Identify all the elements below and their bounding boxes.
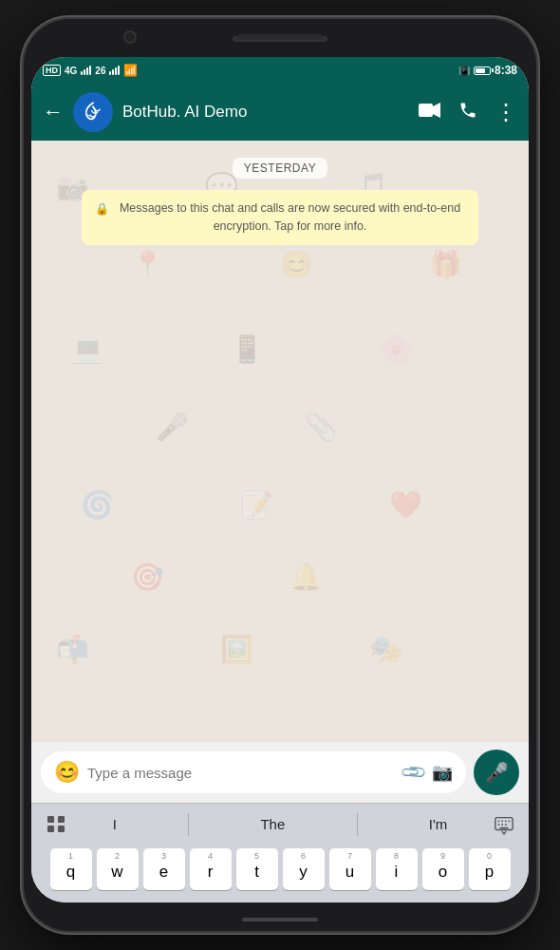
hide-keyboard-button[interactable] — [487, 808, 521, 842]
bothub-logo — [80, 99, 106, 125]
phone-call-icon[interactable] — [458, 101, 477, 124]
phone-frame: HD 4G 26 📶 📳 — [24, 19, 536, 931]
key-i[interactable]: 8i — [376, 848, 418, 890]
hd-indicator: HD — [43, 65, 61, 76]
emoji-button[interactable]: 😊 — [54, 762, 80, 783]
phone-speaker — [237, 34, 323, 40]
key-u[interactable]: 7u — [329, 848, 371, 890]
chat-header: ← BotHub. AI Demo — [31, 84, 529, 141]
keyboard-suggestions: I The I'm — [31, 803, 529, 845]
divider-2 — [357, 813, 358, 836]
status-bar: HD 4G 26 📶 📳 — [31, 57, 529, 84]
lock-icon: 🔒 — [95, 200, 109, 218]
battery-icon — [474, 66, 491, 75]
status-right: 📳 8:38 — [458, 64, 517, 77]
date-separator: YESTERDAY — [233, 158, 327, 179]
phone-camera — [123, 30, 137, 44]
contact-name: BotHub. AI Demo — [122, 103, 409, 122]
message-input-container: 😊 📎 📷 — [41, 751, 466, 793]
encryption-text: Messages to this chat and calls are now … — [115, 200, 465, 236]
encryption-notice[interactable]: 🔒 Messages to this chat and calls are no… — [82, 190, 478, 245]
attachment-icon[interactable]: 📎 — [399, 757, 428, 787]
key-p[interactable]: 0p — [469, 848, 511, 890]
message-input-area: 😊 📎 📷 🎤 — [31, 742, 529, 803]
svg-marker-3 — [433, 103, 440, 118]
battery-fill — [476, 68, 485, 73]
svg-rect-2 — [419, 104, 433, 117]
contact-avatar[interactable] — [73, 92, 113, 132]
contact-info[interactable]: BotHub. AI Demo — [122, 103, 409, 122]
suggestion-i[interactable]: I — [105, 812, 124, 836]
chat-body: 📷 💬 🎵 📍 😊 🎁 💻 📱 🌸 🎤 📎 🌀 📝 ❤️ 🎯 🔔 📬 🖼️ � — [31, 141, 529, 742]
divider-1 — [188, 813, 189, 836]
network-4g: 4G — [65, 66, 77, 76]
keyboard-row-1: 1q 2w 3e 4r 5t 6y 7u 8i 9o 0p — [35, 848, 525, 890]
phone-home-indicator — [242, 918, 318, 922]
key-w[interactable]: 2w — [97, 848, 139, 890]
message-input[interactable] — [87, 765, 396, 781]
network-26: 26 — [95, 66, 105, 76]
keyboard: 1q 2w 3e 4r 5t 6y 7u 8i 9o 0p — [31, 845, 529, 902]
vibrate-icon: 📳 — [458, 66, 470, 76]
signal-strength-2 — [109, 66, 120, 75]
phone-screen: HD 4G 26 📶 📳 — [31, 57, 529, 902]
key-e[interactable]: 3e — [143, 848, 185, 890]
suggestion-the[interactable]: The — [252, 812, 292, 836]
key-o[interactable]: 9o — [422, 848, 464, 890]
time-display: 8:38 — [495, 64, 517, 77]
key-y[interactable]: 6y — [283, 848, 325, 890]
signal-strength — [81, 66, 91, 75]
key-q[interactable]: 1q — [50, 848, 92, 890]
chat-content: YESTERDAY 🔒 Messages to this chat and ca… — [31, 141, 529, 742]
grid-icon — [47, 816, 65, 833]
mic-icon: 🎤 — [485, 761, 509, 784]
suggestion-im[interactable]: I'm — [421, 812, 456, 836]
suggestions-list: I The I'm — [73, 812, 487, 836]
hide-keyboard-icon — [494, 814, 514, 835]
grid-icon-button[interactable] — [39, 808, 73, 842]
key-r[interactable]: 4r — [190, 848, 232, 890]
status-indicators: HD 4G 26 📶 — [43, 64, 138, 77]
key-t[interactable]: 5t — [236, 848, 278, 890]
mic-button[interactable]: 🎤 — [474, 750, 519, 795]
video-call-icon[interactable] — [419, 102, 441, 124]
back-button[interactable]: ← — [43, 102, 64, 123]
more-options-icon[interactable]: ⋮ — [495, 99, 517, 125]
camera-button[interactable]: 📷 — [432, 762, 453, 783]
wifi-icon: 📶 — [123, 64, 138, 77]
header-actions: ⋮ — [419, 99, 517, 125]
